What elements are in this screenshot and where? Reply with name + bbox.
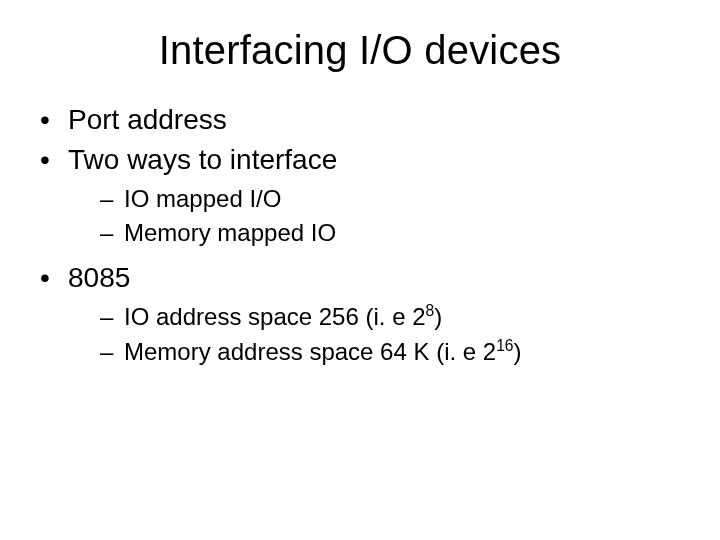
sub-bullet-text-pre: IO address space 256 (i. e 2 (124, 303, 426, 330)
bullet-text: Port address (68, 104, 227, 135)
bullet-two-ways: Two ways to interface IO mapped I/O Memo… (40, 141, 680, 250)
sub-bullet-io-space: IO address space 256 (i. e 28) (68, 301, 680, 333)
sub-list: IO mapped I/O Memory mapped IO (68, 183, 680, 250)
sub-list: IO address space 256 (i. e 28) Memory ad… (68, 301, 680, 368)
slide-title: Interfacing I/O devices (40, 28, 680, 73)
slide: Interfacing I/O devices Port address Two… (0, 0, 720, 540)
bullet-list: Port address Two ways to interface IO ma… (40, 101, 680, 368)
bullet-text: 8085 (68, 262, 130, 293)
sub-bullet-text: IO mapped I/O (124, 185, 281, 212)
superscript: 8 (426, 302, 435, 319)
sub-bullet-text: Memory mapped IO (124, 219, 336, 246)
bullet-8085: 8085 IO address space 256 (i. e 28) Memo… (40, 259, 680, 368)
sub-bullet-memory-mapped: Memory mapped IO (68, 217, 680, 249)
sub-bullet-text-post: ) (434, 303, 442, 330)
bullet-port-address: Port address (40, 101, 680, 139)
bullet-text: Two ways to interface (68, 144, 337, 175)
sub-bullet-text-post: ) (514, 338, 522, 365)
sub-bullet-text-pre: Memory address space 64 K (i. e 2 (124, 338, 496, 365)
superscript: 16 (496, 337, 513, 354)
sub-bullet-io-mapped: IO mapped I/O (68, 183, 680, 215)
sub-bullet-memory-space: Memory address space 64 K (i. e 216) (68, 336, 680, 368)
